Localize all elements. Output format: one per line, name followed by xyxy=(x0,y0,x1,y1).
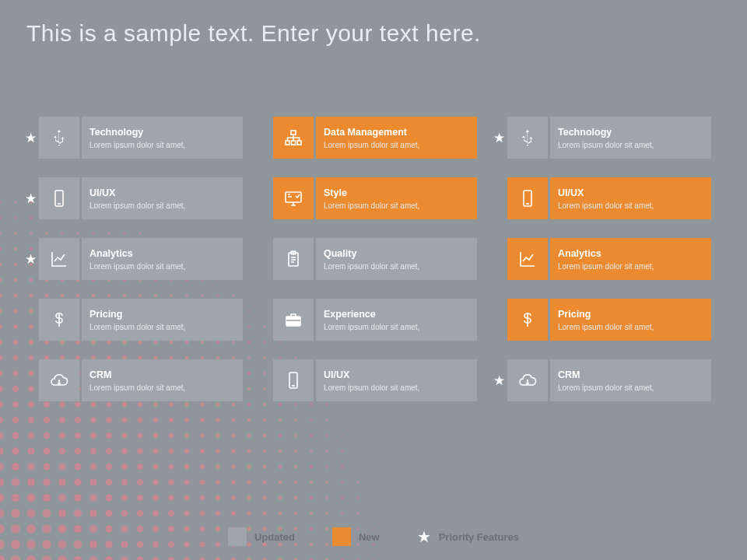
svg-point-329 xyxy=(74,478,81,485)
svg-point-300 xyxy=(0,463,4,471)
svg-point-458 xyxy=(105,556,113,560)
svg-point-382 xyxy=(121,510,128,517)
svg-point-396 xyxy=(341,512,343,514)
svg-point-353 xyxy=(58,494,66,502)
svg-point-1 xyxy=(0,201,1,204)
slide-title[interactable]: This is a sample text. Enter your text h… xyxy=(26,20,481,47)
feature-body: UI/UXLorem ipsum dolor sit amet, xyxy=(82,177,243,219)
svg-point-277 xyxy=(12,447,19,454)
svg-point-316 xyxy=(247,464,251,468)
svg-point-352 xyxy=(43,494,51,502)
svg-point-256 xyxy=(59,432,66,439)
feature-title: UI/UX xyxy=(324,369,469,381)
svg-point-393 xyxy=(294,512,297,515)
svg-point-122 xyxy=(0,340,2,345)
feature-title: Data Management xyxy=(324,127,469,138)
feature-card[interactable]: QualityLorem ipsum dolor sit amet, xyxy=(273,238,477,280)
svg-point-253 xyxy=(12,432,19,439)
svg-point-7 xyxy=(15,217,17,219)
svg-point-333 xyxy=(137,479,143,485)
svg-point-307 xyxy=(106,464,112,470)
feature-card[interactable]: AnalyticsLorem ipsum dolor sit amet, xyxy=(39,238,243,280)
svg-point-255 xyxy=(44,432,51,439)
svg-point-347 xyxy=(357,481,359,484)
feature-card[interactable]: StyleLorem ipsum dolor sit amet, xyxy=(273,177,477,219)
feature-card[interactable]: PricingLorem ipsum dolor sit amet, xyxy=(507,299,711,341)
feature-body: TechnologyLorem ipsum dolor sit amet, xyxy=(82,117,243,159)
svg-point-335 xyxy=(168,479,174,485)
svg-point-288 xyxy=(184,449,189,453)
feature-subtitle: Lorem ipsum dolor sit amet, xyxy=(89,262,235,271)
svg-point-325 xyxy=(12,478,19,486)
feature-card[interactable]: TechnologyLorem ipsum dolor sit amet, xyxy=(507,117,711,159)
svg-point-68 xyxy=(0,293,2,297)
feature-subtitle: Lorem ipsum dolor sit amet, xyxy=(89,201,235,210)
svg-point-229 xyxy=(0,417,3,424)
svg-point-293 xyxy=(263,450,267,453)
svg-point-274 xyxy=(342,435,343,436)
svg-point-452 xyxy=(11,555,20,560)
feature-card[interactable]: PricingLorem ipsum dolor sit amet, xyxy=(39,299,243,341)
feature-body: UI/UXLorem ipsum dolor sit amet, xyxy=(316,359,477,401)
feature-card[interactable]: CRMLorem ipsum dolor sit amet, xyxy=(507,359,711,401)
mobile-icon xyxy=(39,177,79,219)
feature-title: Technology xyxy=(558,127,703,138)
svg-point-142 xyxy=(0,355,3,361)
svg-point-15 xyxy=(14,232,16,234)
svg-point-257 xyxy=(75,432,81,439)
svg-point-377 xyxy=(43,509,51,518)
svg-point-52 xyxy=(0,278,2,282)
svg-point-364 xyxy=(231,495,236,500)
svg-point-265 xyxy=(200,433,205,438)
svg-point-461 xyxy=(153,557,160,560)
svg-point-342 xyxy=(279,481,282,485)
feature-card[interactable]: UI/UXLorem ipsum dolor sit amet, xyxy=(273,359,477,401)
svg-point-321 xyxy=(325,465,328,467)
svg-point-104 xyxy=(13,324,18,329)
feature-body: StyleLorem ipsum dolor sit amet, xyxy=(316,177,477,219)
svg-point-344 xyxy=(310,481,313,484)
svg-point-460 xyxy=(137,557,144,561)
feature-title: CRM xyxy=(89,369,235,381)
svg-point-361 xyxy=(184,495,189,500)
feature-title: Pricing xyxy=(89,309,235,320)
feature-subtitle: Lorem ipsum dolor sit amet, xyxy=(324,262,469,271)
legend-priority: ★ Priority Features xyxy=(417,527,519,546)
svg-point-383 xyxy=(137,510,144,517)
slide: This is a sample text. Enter your text h… xyxy=(0,0,747,560)
svg-point-39 xyxy=(14,263,17,266)
feature-subtitle: Lorem ipsum dolor sit amet, xyxy=(558,201,703,210)
svg-point-365 xyxy=(247,495,251,500)
feature-card[interactable]: AnalyticsLorem ipsum dolor sit amet, xyxy=(507,238,711,280)
svg-point-298 xyxy=(342,450,344,453)
feature-title: Quality xyxy=(324,248,469,260)
svg-point-389 xyxy=(231,511,236,516)
feature-card[interactable]: ExperienceLorem ipsum dolor sit amet, xyxy=(273,299,477,341)
svg-point-340 xyxy=(247,480,251,484)
feature-body: PricingLorem ipsum dolor sit amet, xyxy=(82,299,243,341)
chart-icon xyxy=(39,238,79,280)
feature-card[interactable]: Data ManagementLorem ipsum dolor sit ame… xyxy=(273,117,477,159)
svg-point-269 xyxy=(263,434,266,437)
briefcase-icon xyxy=(273,299,314,341)
feature-card[interactable]: UI/UXLorem ipsum dolor sit amet, xyxy=(39,177,243,219)
svg-point-304 xyxy=(58,463,65,470)
svg-point-392 xyxy=(279,512,282,516)
swatch-updated xyxy=(228,527,247,546)
feature-subtitle: Lorem ipsum dolor sit amet, xyxy=(324,201,469,210)
svg-point-349 xyxy=(0,494,4,502)
svg-point-375 xyxy=(12,509,20,518)
svg-point-358 xyxy=(137,495,143,501)
feature-card[interactable]: UI/UXLorem ipsum dolor sit amet, xyxy=(507,177,711,219)
svg-point-301 xyxy=(12,463,19,471)
svg-point-341 xyxy=(263,481,267,485)
feature-card[interactable]: CRMLorem ipsum dolor sit amet, xyxy=(39,359,243,401)
svg-point-264 xyxy=(184,433,189,438)
feature-subtitle: Lorem ipsum dolor sit amet, xyxy=(324,383,469,392)
legend-updated: Updated xyxy=(228,527,295,546)
feature-subtitle: Lorem ipsum dolor sit amet, xyxy=(324,323,469,331)
svg-point-266 xyxy=(216,433,220,438)
svg-rect-479 xyxy=(297,141,301,145)
feature-card[interactable]: TechnologyLorem ipsum dolor sit amet, xyxy=(39,117,243,159)
svg-point-313 xyxy=(200,464,205,469)
